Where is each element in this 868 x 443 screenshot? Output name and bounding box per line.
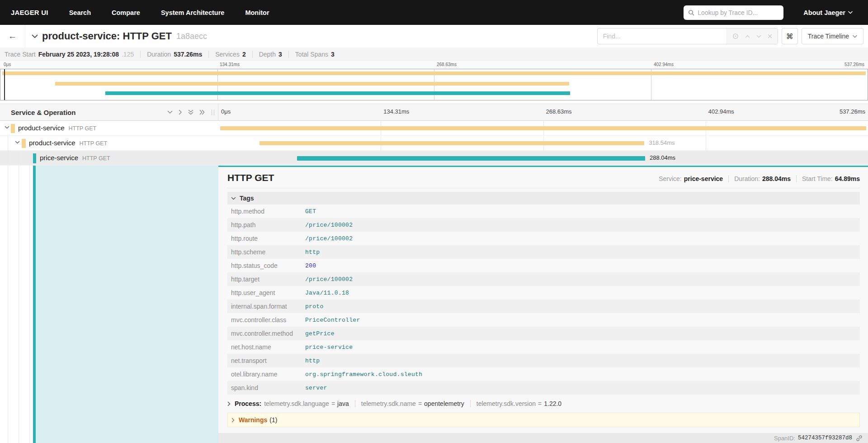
tag-row: http.status_code200: [227, 259, 860, 272]
minimap-tick-3: 402.94ms: [654, 62, 674, 67]
collapse-one-icon[interactable]: [167, 110, 173, 114]
chevron-down-icon: [853, 35, 857, 38]
minimap-viewport-handle[interactable]: [4, 69, 5, 100]
service-operation-header: Service & Operation: [11, 109, 75, 116]
minimap-tick-1: 134.31ms: [220, 62, 240, 67]
services-label: Services: [215, 51, 240, 58]
brand[interactable]: JAEGER UI: [11, 9, 48, 16]
find-next-icon[interactable]: [756, 35, 761, 38]
tag-value: PriceController: [305, 317, 360, 324]
start-time-meta-label: Start Time:: [802, 175, 833, 182]
equals-sign: =: [418, 400, 422, 407]
duration-value: 537.26ms: [174, 51, 202, 58]
about-jaeger-menu[interactable]: About Jaeger: [803, 9, 853, 16]
span-name-cell: product-serviceHTTP GET: [0, 121, 218, 135]
trace-title: product-service: HTTP GET: [42, 30, 172, 42]
equals-sign: =: [331, 400, 335, 407]
process-accordion-header[interactable]: Process: telemetry.sdk.language = java t…: [227, 400, 860, 407]
find-input[interactable]: [598, 33, 726, 40]
span-collapse-chevron[interactable]: [15, 141, 20, 144]
timeline-tick-4: 537.26ms: [840, 108, 865, 115]
span-row-product-service-child[interactable]: product-serviceHTTP GET 318.54ms: [0, 136, 868, 151]
timeline-tick-0: 0μs: [221, 108, 231, 115]
minimap-tick-0: 0μs: [4, 62, 11, 67]
timeline-ticks: 0μs 134.31ms 268.63ms 402.94ms 537.26ms: [218, 104, 868, 120]
nav-item-search[interactable]: Search: [69, 9, 91, 16]
chevron-down-icon: [32, 34, 38, 38]
span-bar-cell: 288.04ms: [218, 151, 868, 165]
tag-row: net.transporthttp: [227, 354, 860, 367]
tag-key: http.user_agent: [227, 289, 305, 296]
tag-key: net.transport: [227, 357, 305, 364]
tag-row: net.host.nameprice-service: [227, 340, 860, 354]
span-rows: product-serviceHTTP GET product-serviceH…: [0, 121, 868, 166]
find-clear-icon[interactable]: [768, 34, 772, 38]
chevron-right-icon: [227, 401, 231, 406]
process-label: Process:: [235, 400, 261, 407]
view-select-button[interactable]: Trace Timeline: [802, 28, 863, 44]
tags-table: http.methodGET http.path/price/100002 ht…: [227, 205, 860, 395]
process-item: telemetry.sdk.language = java: [264, 400, 349, 407]
tag-value: http: [305, 357, 320, 364]
span-collapse-chevron[interactable]: [5, 126, 9, 129]
meta-start-time: Start Time: 64.89ms: [796, 175, 860, 182]
tree-guide-line: [8, 166, 8, 443]
find-prev-icon[interactable]: [745, 35, 750, 38]
meta-service: Service: price-service: [659, 175, 723, 182]
tag-row: otel.library.nameorg.springframework.clo…: [227, 367, 860, 381]
trace-collapse-chevron[interactable]: [32, 34, 38, 38]
tag-key: http.status_code: [227, 262, 305, 269]
deep-link-icon[interactable]: [856, 435, 863, 442]
tree-guide-line: [8, 136, 8, 150]
total-spans-value: 3: [331, 51, 335, 58]
minimap-span-bar-child: [55, 82, 569, 86]
span-service-name: price-serviceHTTP GET: [40, 154, 110, 162]
span-row-product-service-root[interactable]: product-serviceHTTP GET: [0, 121, 868, 136]
service-meta-value: price-service: [684, 175, 723, 182]
span-color-accent: [22, 139, 26, 148]
nav-item-system-architecture[interactable]: System Architecture: [161, 9, 225, 16]
span-bar[interactable]: [297, 156, 645, 161]
timeline-tick-3: 402.94ms: [708, 108, 734, 115]
minimap-span-bar-root: [2, 71, 866, 75]
span-color-accent: [33, 153, 36, 163]
span-duration-label: 288.04ms: [650, 154, 675, 161]
timeline-tick-2: 268.63ms: [546, 108, 572, 115]
back-arrow-icon: ←: [8, 31, 17, 41]
tree-guide-line: [19, 166, 19, 443]
depth-value: 3: [278, 51, 282, 58]
tag-key: http.scheme: [227, 248, 305, 256]
tag-key: internal.span.format: [227, 303, 305, 310]
trace-header: ← product-service: HTTP GET 1a8aecc ⌘ Tr…: [0, 25, 868, 48]
tag-key: http.method: [227, 208, 305, 215]
nav-item-compare[interactable]: Compare: [112, 9, 140, 16]
span-bar[interactable]: [259, 141, 645, 145]
nav-item-monitor[interactable]: Monitor: [245, 9, 269, 16]
service-label: price-service: [40, 154, 78, 162]
expand-all-icon[interactable]: [199, 110, 205, 115]
view-select-label: Trace Timeline: [808, 33, 849, 40]
trace-lookup-input[interactable]: [698, 9, 779, 16]
tag-row: http.path/price/100002: [227, 218, 860, 232]
warnings-count: (1): [269, 416, 277, 424]
process-key: telemetry.sdk.language: [264, 400, 329, 407]
expand-one-icon[interactable]: [179, 110, 182, 115]
keyboard-shortcuts-button[interactable]: ⌘: [782, 28, 798, 44]
tags-title: Tags: [240, 195, 254, 202]
span-row-price-service[interactable]: price-serviceHTTP GET 288.04ms: [0, 151, 868, 166]
operation-label: HTTP GET: [69, 125, 97, 132]
process-item: telemetry.sdk.name = opentelemetry: [355, 400, 464, 407]
minimap-canvas[interactable]: [0, 69, 868, 100]
services-value: 2: [242, 51, 246, 58]
back-button[interactable]: ←: [0, 25, 25, 48]
scope-match-icon[interactable]: [732, 33, 739, 39]
trace-start-ms: .125: [122, 51, 134, 58]
column-resize-handle[interactable]: [212, 110, 214, 115]
process-value: java: [337, 400, 349, 407]
tag-key: net.host.name: [227, 343, 305, 351]
collapse-all-icon[interactable]: [188, 110, 193, 115]
tags-accordion-header[interactable]: Tags: [227, 192, 860, 205]
span-bar[interactable]: [220, 126, 866, 130]
warnings-accordion-header[interactable]: Warnings (1): [227, 413, 860, 427]
span-meta: Service: price-service Duration: 288.04m…: [659, 175, 860, 182]
